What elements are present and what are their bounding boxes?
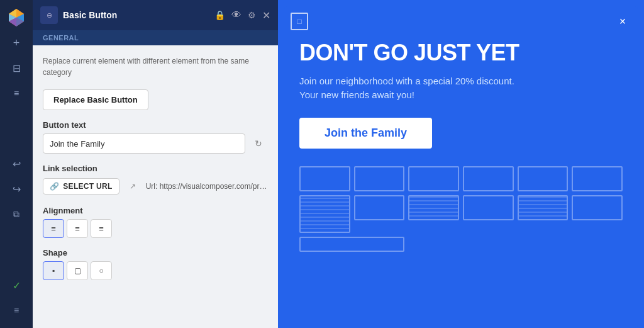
- replace-description: Replace current element with different e…: [43, 55, 268, 78]
- check-icon: ✓: [13, 280, 21, 291]
- button-element-icon: ⊖: [47, 11, 52, 20]
- url-display: Url: https://visualcomposer.com/pre...: [146, 182, 268, 191]
- clone-button[interactable]: ⧉: [5, 203, 28, 226]
- shape-rounded-button[interactable]: ▢: [67, 261, 88, 280]
- preview-icon[interactable]: 👁: [231, 9, 242, 21]
- wf-block-4: [463, 166, 514, 191]
- link-options-icon: ↗: [130, 182, 136, 191]
- close-panel-icon[interactable]: ✕: [262, 9, 270, 21]
- shape-field: Shape ▪ ▢ ○: [43, 248, 268, 280]
- shape-pill-button[interactable]: ○: [91, 261, 112, 280]
- panel-actions: 🔒 👁 ⚙ ✕: [214, 9, 270, 21]
- add-button[interactable]: +: [5, 31, 28, 54]
- wireframe-preview: [299, 166, 623, 252]
- alignment-label: Alignment: [43, 206, 268, 215]
- regenerate-icon-btn[interactable]: ↻: [249, 134, 268, 153]
- align-right-button[interactable]: ≡: [91, 219, 112, 238]
- icon-bar: + ⊟ ≡ ↩ ↪ ⧉ ✓ ≡: [0, 0, 33, 328]
- alignment-group: ≡ ≡ ≡: [43, 219, 268, 238]
- shape-rounded-icon: ▢: [74, 266, 81, 275]
- section-label: General: [33, 30, 278, 45]
- align-right-icon: ≡: [99, 224, 104, 234]
- redo-icon: ↪: [13, 183, 21, 195]
- modal-headline: DON'T GO JUST YET: [299, 40, 623, 65]
- hamburger-button[interactable]: ≡: [5, 299, 28, 322]
- layers-icon: ≡: [14, 88, 19, 98]
- button-text-row: ↻: [43, 133, 268, 154]
- regenerate-icon: ↻: [255, 139, 262, 149]
- align-center-icon: ≡: [75, 224, 80, 234]
- undo-icon: ↩: [13, 158, 21, 170]
- undo-button[interactable]: ↩: [5, 153, 28, 176]
- wf-block-8: [354, 195, 405, 220]
- link-selection-field: Link selection 🔗 SELECT URL ↗ Url: https…: [43, 164, 268, 196]
- elements-icon: ⊟: [13, 62, 21, 74]
- wf-block-1: [299, 166, 350, 191]
- link-selection-label: Link selection: [43, 164, 268, 173]
- wf-block-3: [408, 166, 459, 191]
- panel-header: ⊖ Basic Button 🔒 👁 ⚙ ✕: [33, 0, 278, 30]
- settings-icon[interactable]: ⚙: [248, 10, 256, 20]
- link-icon: 🔗: [50, 182, 59, 191]
- app-logo[interactable]: [5, 6, 28, 29]
- element-icon: ⊖: [40, 6, 58, 24]
- shape-pill-icon: ○: [99, 266, 103, 275]
- wf-block-7: [299, 195, 350, 233]
- elements-button[interactable]: ⊟: [5, 57, 28, 79]
- panel-title: Basic Button: [63, 10, 209, 20]
- add-icon: +: [13, 37, 20, 50]
- button-text-field: Button text ↻: [43, 120, 268, 154]
- hamburger-icon: ≡: [14, 305, 19, 315]
- wf-block-5: [518, 166, 569, 191]
- wf-block-12: [572, 195, 623, 220]
- wf-block-9: [408, 195, 459, 220]
- select-url-label: SELECT URL: [63, 182, 112, 191]
- preview-modal: □ × DON'T GO JUST YET Join our neighborh…: [284, 6, 638, 328]
- wf-block-6: [572, 166, 623, 191]
- link-options-btn[interactable]: ↗: [123, 177, 142, 196]
- replace-basic-button[interactable]: Replace Basic Button: [43, 89, 148, 110]
- preview-area: □ × DON'T GO JUST YET Join our neighborh…: [278, 0, 644, 328]
- wf-block-10: [463, 195, 514, 220]
- modal-subtext: Join our neighborhood with a special 20%…: [299, 74, 526, 103]
- wf-block-13: [299, 237, 404, 252]
- lock-icon[interactable]: 🔒: [214, 10, 225, 20]
- alignment-field: Alignment ≡ ≡ ≡: [43, 206, 268, 238]
- modal-cta-button[interactable]: Join the Family: [299, 118, 432, 149]
- align-center-button[interactable]: ≡: [67, 219, 88, 238]
- shape-square-icon: ▪: [52, 266, 55, 275]
- button-text-input[interactable]: [43, 133, 245, 154]
- frame-icon: □: [297, 17, 301, 26]
- button-text-label: Button text: [43, 120, 268, 130]
- align-left-icon: ≡: [51, 224, 56, 234]
- select-url-button[interactable]: 🔗 SELECT URL: [43, 178, 119, 195]
- align-left-button[interactable]: ≡: [43, 219, 64, 238]
- redo-button[interactable]: ↪: [5, 178, 28, 201]
- settings-panel: ⊖ Basic Button 🔒 👁 ⚙ ✕ General Replace c…: [33, 0, 278, 328]
- shape-label: Shape: [43, 248, 268, 257]
- shape-square-button[interactable]: ▪: [43, 261, 64, 280]
- modal-frame-button[interactable]: □: [291, 13, 308, 30]
- layers-button[interactable]: ≡: [5, 82, 28, 105]
- modal-close-button[interactable]: ×: [614, 13, 631, 30]
- clone-icon: ⧉: [13, 209, 19, 220]
- link-row: 🔗 SELECT URL ↗ Url: https://visualcompos…: [43, 177, 268, 196]
- replace-section: Replace current element with different e…: [43, 55, 268, 110]
- wf-block-2: [354, 166, 405, 191]
- panel-body: Replace current element with different e…: [33, 45, 278, 290]
- publish-button[interactable]: ✓: [5, 274, 28, 297]
- wf-block-11: [518, 195, 569, 220]
- shape-group: ▪ ▢ ○: [43, 261, 268, 280]
